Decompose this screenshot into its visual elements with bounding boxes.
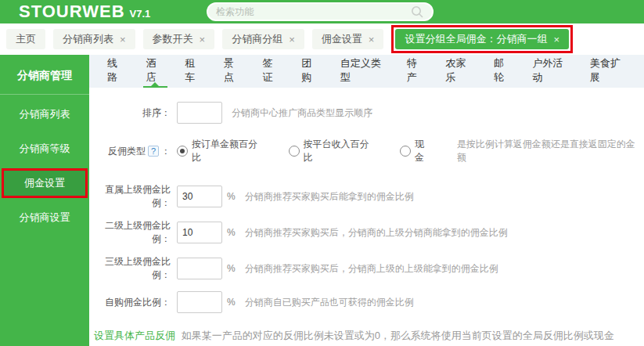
tab-label: 参数开关 [153,32,193,46]
self-purchase-label: 自购佣金比例： [89,296,171,309]
direct-parent-hint: 分销商推荐买家购买后能拿到的佣金比例 [245,190,414,204]
close-icon[interactable]: × [200,34,206,45]
form-row-level3: 三级上级佣金比例： % 分销商推荐买家购买后，分销商上级的上级能拿到的佣金比例 [89,255,644,282]
radio-icon[interactable] [400,146,411,157]
direct-parent-input[interactable] [177,186,222,207]
help-icon[interactable]: ? [148,146,159,157]
logo-text: STOURWEB [19,2,125,22]
product-tab-farmstay[interactable]: 农家乐 [442,55,476,88]
commission-form: 排序： 分销商中心推广商品类型显示顺序 反佣类型 ? ： 按订单金额百分比 [89,88,644,343]
radio-icon[interactable] [289,146,300,157]
self-purchase-input[interactable] [177,291,222,313]
search-input[interactable] [216,6,410,17]
rebate-type-colon: ： [161,145,171,158]
radio-option-order-amount-percent[interactable]: 按订单金额百分比 [177,138,267,164]
product-tab-specialty[interactable]: 特产 [404,55,429,88]
window-tabbar: 主页 分销商列表 × 参数开关 × 分销商分组 × 佣金设置 × 设置分组全局佣… [0,23,644,55]
close-icon[interactable]: × [369,34,375,45]
set-product-rebate-link[interactable]: 设置具体产品反佣 [94,330,175,341]
direct-parent-label: 直属上级佣金比例： [89,183,171,210]
percent-unit: % [227,191,236,202]
level2-input[interactable] [177,222,222,243]
product-tab-cruise[interactable]: 邮轮 [491,55,516,88]
red-annotation-box-tab: 设置分组全局佣金：分销商一组 × [391,25,573,53]
rebate-type-label-text: 反佣类型 [108,145,146,158]
close-icon[interactable]: × [553,34,559,45]
product-tab-outdoor[interactable]: 户外活动 [530,55,573,88]
product-tab-visa[interactable]: 签证 [260,55,285,88]
percent-unit: % [227,297,236,308]
sort-input[interactable] [177,102,222,124]
tab-label: 分销商分组 [232,32,282,46]
sidebar-item-commission-settings[interactable]: 佣金设置 [2,168,88,198]
product-tab-group-buy[interactable]: 团购 [298,55,323,88]
radio-label: 现金 [415,138,434,164]
radio-label: 按平台收入百分比 [304,138,379,164]
footer-note-text: 如果某一产品的对应的反佣比例未设置或为0，那么系统将使用当前页设置的全局反佣比例… [182,330,614,341]
tab-distributor-group[interactable]: 分销商分组 × [222,29,304,49]
product-tab-route[interactable]: 线路 [104,55,129,88]
level2-hint: 分销商推荐买家购买后，分销商的上级分销商能拿到的佣金比例 [245,226,508,240]
sidebar-item-distributor-settings[interactable]: 分销商设置 [0,203,89,232]
rebate-type-label: 反佣类型 ? ： [89,145,171,158]
form-row-sort: 排序： 分销商中心推广商品类型显示顺序 [89,102,644,124]
product-tab-hotel[interactable]: 酒店 [143,55,168,88]
form-row-direct-parent: 直属上级佣金比例： % 分销商推荐买家购买后能拿到的佣金比例 [89,183,644,210]
tab-label: 设置分组全局佣金：分销商一组 [405,32,547,46]
tab-label: 主页 [16,32,36,46]
form-row-rebate-type: 反佣类型 ? ： 按订单金额百分比 按平台收入百分比 现金 [89,138,644,164]
search-icon[interactable] [410,5,424,19]
radio-label: 按订单金额百分比 [192,138,267,164]
main-content: 线路 酒店 租车 景点 签证 团购 自定义类型 特产 农家乐 邮轮 户外活动 美… [89,55,644,346]
tab-group-global-commission[interactable]: 设置分组全局佣金：分销商一组 × [395,29,569,49]
footer-note: 设置具体产品反佣 如果某一产品的对应的反佣比例未设置或为0，那么系统将使用当前页… [89,329,644,343]
product-tab-custom-type[interactable]: 自定义类型 [337,55,390,88]
app-logo: STOURWEB V7.1 [19,2,150,22]
sidebar-item-distributor-list[interactable]: 分销商列表 [0,99,89,129]
product-tab-car-rental[interactable]: 租车 [182,55,207,88]
tab-commission-settings[interactable]: 佣金设置 × [312,29,384,49]
close-icon[interactable]: × [289,34,295,45]
sidebar-title: 分销商管理 [0,55,89,94]
rebate-type-radio-group: 按订单金额百分比 按平台收入百分比 现金 [177,138,455,164]
sort-label: 排序： [89,106,171,120]
tab-param-switch[interactable]: 参数开关 × [143,29,215,49]
tab-label: 分销商列表 [63,32,113,46]
radio-option-platform-income-percent[interactable]: 按平台收入百分比 [289,138,379,164]
tab-label: 佣金设置 [322,32,362,46]
level3-input[interactable] [177,258,222,279]
form-row-level2: 二级上级佣金比例： % 分销商推荐买家购买后，分销商的上级分销商能拿到的佣金比例 [89,219,644,246]
radio-option-cash[interactable]: 现金 [400,138,434,164]
tab-distributor-list[interactable]: 分销商列表 × [53,29,135,49]
percent-unit: % [227,227,236,238]
level3-label: 三级上级佣金比例： [89,255,171,282]
self-purchase-hint: 分销商自已购买产品也可获得的佣金比例 [245,296,414,309]
product-tab-food-ext[interactable]: 美食扩展 [587,55,630,88]
app-header: STOURWEB V7.1 [0,0,644,23]
close-icon[interactable]: × [120,34,126,45]
level3-hint: 分销商推荐买家购买后，分销商上级的上级能拿到的佣金比例 [245,262,498,276]
product-tab-scenic-spot[interactable]: 景点 [221,55,246,88]
sort-hint: 分销商中心推广商品类型显示顺序 [232,106,372,120]
tab-home[interactable]: 主页 [6,29,45,49]
product-type-tabbar: 线路 酒店 租车 景点 签证 团购 自定义类型 特产 农家乐 邮轮 户外活动 美… [89,55,644,88]
header-search[interactable] [207,2,434,21]
rebate-type-hint: 是按比例计算返佣金额还是直接返固定的金额 [457,138,644,164]
percent-unit: % [227,263,236,274]
sidebar-divider [0,94,89,95]
radio-icon[interactable] [177,146,188,157]
form-row-self-purchase: 自购佣金比例： % 分销商自已购买产品也可获得的佣金比例 [89,291,644,313]
sidebar: 分销商管理 分销商列表 分销商等级 佣金设置 分销商设置 [0,55,89,346]
sidebar-item-distributor-level[interactable]: 分销商等级 [0,134,89,164]
version-label: V7.1 [130,8,151,20]
level2-label: 二级上级佣金比例： [89,219,171,246]
